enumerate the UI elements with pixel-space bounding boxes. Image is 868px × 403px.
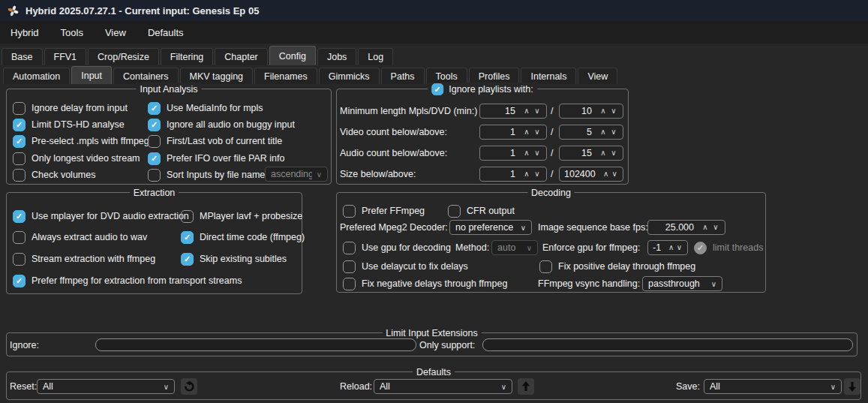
spin-up-icon[interactable] bbox=[598, 146, 608, 160]
menu-hybrid[interactable]: Hybrid bbox=[11, 27, 39, 38]
checkbox-limit-dts-hd-analyse[interactable]: Limit DTS-HD analyse bbox=[13, 118, 125, 131]
checkbox-mplayer-lavf-probesize[interactable]: MPlayer lavf + probesize bbox=[181, 209, 302, 223]
tab-crop-resize[interactable]: Crop/Resize bbox=[88, 48, 159, 65]
checkbox-use-gpu-decoding[interactable]: Use gpu for decoding bbox=[343, 241, 451, 254]
gpu-method-select[interactable]: auto bbox=[491, 240, 538, 255]
reload-button[interactable] bbox=[518, 378, 534, 395]
checkbox-ignore-delay-from-input[interactable]: Ignore delay from input bbox=[13, 101, 128, 115]
spin-up-icon[interactable] bbox=[598, 125, 608, 139]
tab-containers[interactable]: Containers bbox=[113, 68, 178, 84]
checkbox-stream-extraction-ffmpeg[interactable]: Stream extraction with ffmpeg bbox=[13, 252, 155, 266]
size-below-spinbox[interactable]: 1 bbox=[479, 167, 547, 182]
tab-mkv-tagging[interactable]: MKV tagging bbox=[180, 68, 254, 84]
reload-select[interactable]: All bbox=[374, 379, 512, 394]
tab-jobs[interactable]: Jobs bbox=[317, 48, 356, 65]
spin-down-icon[interactable] bbox=[532, 146, 542, 160]
tab-filtering[interactable]: Filtering bbox=[161, 48, 213, 65]
checkbox-label: Prefer ffmpeg for extraction from transp… bbox=[32, 275, 242, 286]
checkbox-fix-negative-delays[interactable]: Fix negative delays through ffmpeg bbox=[343, 277, 507, 290]
tab-input[interactable]: Input bbox=[71, 66, 112, 84]
spin-up-icon[interactable] bbox=[521, 125, 532, 139]
vsync-select[interactable]: passthrough bbox=[642, 276, 722, 291]
image-seq-fps-spinbox[interactable]: 25.000 bbox=[647, 220, 725, 235]
spin-up-icon[interactable] bbox=[521, 104, 532, 118]
menu-defaults[interactable]: Defaults bbox=[148, 27, 184, 38]
tab-gimmicks[interactable]: Gimmicks bbox=[319, 68, 380, 84]
tab-internals[interactable]: Internals bbox=[521, 68, 576, 84]
arrow-down-icon bbox=[846, 380, 858, 392]
spin-down-icon[interactable] bbox=[675, 241, 683, 254]
checkbox-skip-existing-subtitles[interactable]: Skip existing subitles bbox=[181, 252, 287, 266]
tab-tools[interactable]: Tools bbox=[426, 68, 467, 84]
group-title: Decoding bbox=[527, 186, 575, 200]
checkbox-preselect-mpls-ffmpeg[interactable]: Pre-select .mpls with ffmpeg bbox=[13, 134, 149, 148]
enforce-gpu-spinbox[interactable]: -1 bbox=[647, 240, 688, 255]
spin-down-icon[interactable] bbox=[532, 167, 542, 181]
checkbox-mplayer-dvd-audio[interactable]: Use mplayer for DVD audio extraction bbox=[13, 209, 189, 223]
checkbox-label: Ignore delay from input bbox=[32, 103, 128, 113]
checkbox-direct-time-code[interactable]: Direct time code (ffmpeg) bbox=[181, 230, 305, 244]
spin-up-icon[interactable] bbox=[521, 167, 532, 181]
tab-base[interactable]: Base bbox=[2, 48, 43, 65]
tab-paths[interactable]: Paths bbox=[381, 68, 425, 84]
checkbox-prefer-ifo-over-par[interactable]: Prefer IFO over file PAR info bbox=[148, 152, 284, 165]
sort-order-select[interactable]: ascending bbox=[265, 167, 328, 182]
spin-down-icon[interactable] bbox=[608, 146, 619, 160]
checkbox-prefer-ffmpeg-transport-streams[interactable]: Prefer ffmpeg for extraction from transp… bbox=[13, 274, 242, 287]
checkbox-sort-inputs-by-filename[interactable]: Sort Inputs by file name bbox=[148, 168, 265, 182]
checkbox-use-mediainfo-for-mpls[interactable]: Use MediaInfo for mpls bbox=[148, 101, 263, 115]
spin-down-icon[interactable] bbox=[532, 104, 542, 118]
tab-view[interactable]: View bbox=[578, 68, 617, 84]
spin-up-icon[interactable] bbox=[700, 221, 710, 234]
checkbox-fix-positive-delay[interactable]: Fix positive delay through ffmpeg bbox=[539, 260, 695, 273]
ignore-extensions-input[interactable] bbox=[95, 338, 416, 351]
checkbox-label: Use gpu for decoding bbox=[362, 242, 451, 253]
audio-count-below-spinbox[interactable]: 1 bbox=[479, 146, 547, 161]
checkbox-prefer-ffmpeg[interactable]: Prefer FFmpeg bbox=[343, 204, 425, 218]
menu-tools[interactable]: Tools bbox=[61, 27, 83, 38]
spin-up-icon[interactable] bbox=[521, 146, 532, 160]
checkbox-label: MPlayer lavf + probesize bbox=[200, 211, 302, 221]
spin-up-icon[interactable] bbox=[598, 104, 608, 118]
video-count-above-spinbox[interactable]: 5 bbox=[559, 125, 623, 140]
video-count-below-spinbox[interactable]: 1 bbox=[479, 125, 547, 140]
checkbox-always-extract-wav[interactable]: Always extract audio to wav bbox=[13, 230, 147, 244]
audio-count-above-spinbox[interactable]: 15 bbox=[559, 146, 623, 161]
checkbox-box bbox=[181, 210, 194, 223]
checkbox-first-last-vob[interactable]: First/Last vob of current title bbox=[148, 134, 282, 148]
spin-down-icon[interactable] bbox=[532, 125, 542, 139]
min-length-above-spinbox[interactable]: 10 bbox=[559, 104, 623, 119]
only-support-input[interactable] bbox=[482, 338, 853, 351]
size-above-spinbox[interactable]: 102400 bbox=[559, 167, 623, 182]
spin-up-icon[interactable] bbox=[602, 167, 611, 181]
tab-automation[interactable]: Automation bbox=[3, 68, 70, 84]
checkbox-check-volumes[interactable]: Check volumes bbox=[13, 168, 95, 182]
checkbox-box bbox=[13, 231, 26, 244]
checkbox-use-delaycut[interactable]: Use delaycut to fix delays bbox=[343, 260, 468, 273]
spin-up-icon[interactable] bbox=[667, 241, 675, 254]
spin-down-icon[interactable] bbox=[608, 104, 619, 118]
hybrid-window: Hybrid 2025.07.27.1 - Current input: Gen… bbox=[0, 0, 868, 403]
checkbox-only-longest-video-stream[interactable]: Only longest video stream bbox=[13, 152, 140, 165]
save-button[interactable] bbox=[844, 378, 860, 395]
spin-down-icon[interactable] bbox=[710, 221, 721, 234]
menu-view[interactable]: View bbox=[105, 27, 126, 38]
tab-profiles[interactable]: Profiles bbox=[469, 68, 520, 84]
save-select[interactable]: All bbox=[704, 379, 842, 394]
reset-select[interactable]: All bbox=[37, 379, 175, 394]
min-length-below-spinbox[interactable]: 15 bbox=[479, 104, 547, 119]
checkbox-label: Limit DTS-HD analyse bbox=[32, 119, 125, 130]
mpeg2-decoder-select[interactable]: no preference bbox=[449, 220, 532, 235]
spin-down-icon[interactable] bbox=[608, 125, 619, 139]
tab-config[interactable]: Config bbox=[269, 46, 316, 65]
checkbox-ignore-all-audio-buggy-input[interactable]: Ignore all audio on buggy input bbox=[148, 118, 295, 131]
tab-chapter[interactable]: Chapter bbox=[215, 48, 267, 65]
reset-button[interactable] bbox=[181, 378, 197, 395]
checkbox-box bbox=[13, 253, 26, 266]
tab-filenames[interactable]: Filenames bbox=[254, 68, 317, 84]
spin-down-icon[interactable] bbox=[610, 167, 619, 181]
tab-log[interactable]: Log bbox=[358, 48, 393, 65]
ignore-playlists-checkbox[interactable] bbox=[431, 83, 443, 95]
tab-ffv1[interactable]: FFV1 bbox=[44, 48, 87, 65]
checkbox-cfr-output[interactable]: CFR output bbox=[448, 204, 515, 218]
